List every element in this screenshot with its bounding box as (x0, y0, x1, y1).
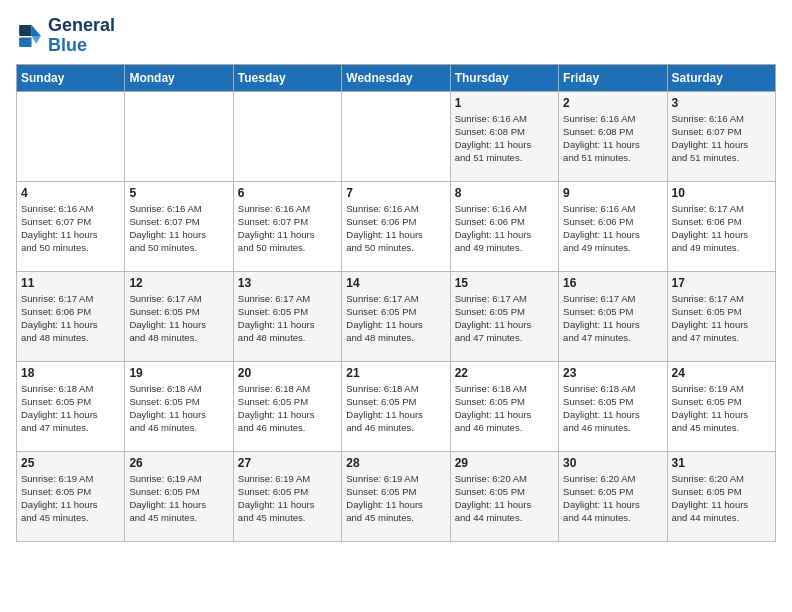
day-number: 24 (672, 366, 771, 380)
day-info: Sunrise: 6:16 AM Sunset: 6:07 PM Dayligh… (21, 202, 120, 255)
day-number: 4 (21, 186, 120, 200)
logo: General Blue (16, 16, 115, 56)
day-info: Sunrise: 6:16 AM Sunset: 6:07 PM Dayligh… (129, 202, 228, 255)
day-number: 23 (563, 366, 662, 380)
svg-rect-3 (19, 37, 31, 46)
day-number: 18 (21, 366, 120, 380)
day-number: 28 (346, 456, 445, 470)
logo-text-general: General (48, 16, 115, 36)
day-cell (125, 91, 233, 181)
day-info: Sunrise: 6:18 AM Sunset: 6:05 PM Dayligh… (563, 382, 662, 435)
day-info: Sunrise: 6:18 AM Sunset: 6:05 PM Dayligh… (238, 382, 337, 435)
day-number: 14 (346, 276, 445, 290)
day-info: Sunrise: 6:18 AM Sunset: 6:05 PM Dayligh… (455, 382, 554, 435)
day-number: 27 (238, 456, 337, 470)
day-cell: 16Sunrise: 6:17 AM Sunset: 6:05 PM Dayli… (559, 271, 667, 361)
day-cell: 1Sunrise: 6:16 AM Sunset: 6:08 PM Daylig… (450, 91, 558, 181)
day-cell: 6Sunrise: 6:16 AM Sunset: 6:07 PM Daylig… (233, 181, 341, 271)
day-number: 9 (563, 186, 662, 200)
week-row-4: 18Sunrise: 6:18 AM Sunset: 6:05 PM Dayli… (17, 361, 776, 451)
week-row-5: 25Sunrise: 6:19 AM Sunset: 6:05 PM Dayli… (17, 451, 776, 541)
day-info: Sunrise: 6:17 AM Sunset: 6:05 PM Dayligh… (455, 292, 554, 345)
svg-rect-2 (19, 25, 31, 36)
day-cell: 14Sunrise: 6:17 AM Sunset: 6:05 PM Dayli… (342, 271, 450, 361)
day-cell: 2Sunrise: 6:16 AM Sunset: 6:08 PM Daylig… (559, 91, 667, 181)
day-cell: 31Sunrise: 6:20 AM Sunset: 6:05 PM Dayli… (667, 451, 775, 541)
day-info: Sunrise: 6:16 AM Sunset: 6:07 PM Dayligh… (672, 112, 771, 165)
day-cell: 20Sunrise: 6:18 AM Sunset: 6:05 PM Dayli… (233, 361, 341, 451)
day-number: 21 (346, 366, 445, 380)
calendar-body: 1Sunrise: 6:16 AM Sunset: 6:08 PM Daylig… (17, 91, 776, 541)
calendar-header: SundayMondayTuesdayWednesdayThursdayFrid… (17, 64, 776, 91)
day-cell: 24Sunrise: 6:19 AM Sunset: 6:05 PM Dayli… (667, 361, 775, 451)
day-cell: 21Sunrise: 6:18 AM Sunset: 6:05 PM Dayli… (342, 361, 450, 451)
header-cell-saturday: Saturday (667, 64, 775, 91)
day-info: Sunrise: 6:16 AM Sunset: 6:06 PM Dayligh… (563, 202, 662, 255)
day-number: 6 (238, 186, 337, 200)
day-info: Sunrise: 6:20 AM Sunset: 6:05 PM Dayligh… (563, 472, 662, 525)
page-header: General Blue (16, 16, 776, 56)
day-cell: 4Sunrise: 6:16 AM Sunset: 6:07 PM Daylig… (17, 181, 125, 271)
day-number: 26 (129, 456, 228, 470)
day-info: Sunrise: 6:18 AM Sunset: 6:05 PM Dayligh… (129, 382, 228, 435)
day-cell: 9Sunrise: 6:16 AM Sunset: 6:06 PM Daylig… (559, 181, 667, 271)
day-info: Sunrise: 6:17 AM Sunset: 6:05 PM Dayligh… (129, 292, 228, 345)
day-number: 7 (346, 186, 445, 200)
day-number: 2 (563, 96, 662, 110)
day-number: 31 (672, 456, 771, 470)
day-cell: 10Sunrise: 6:17 AM Sunset: 6:06 PM Dayli… (667, 181, 775, 271)
day-number: 8 (455, 186, 554, 200)
day-cell: 11Sunrise: 6:17 AM Sunset: 6:06 PM Dayli… (17, 271, 125, 361)
day-number: 13 (238, 276, 337, 290)
day-info: Sunrise: 6:17 AM Sunset: 6:05 PM Dayligh… (238, 292, 337, 345)
day-number: 5 (129, 186, 228, 200)
day-number: 15 (455, 276, 554, 290)
day-info: Sunrise: 6:16 AM Sunset: 6:08 PM Dayligh… (563, 112, 662, 165)
day-cell: 12Sunrise: 6:17 AM Sunset: 6:05 PM Dayli… (125, 271, 233, 361)
day-cell: 26Sunrise: 6:19 AM Sunset: 6:05 PM Dayli… (125, 451, 233, 541)
day-cell: 27Sunrise: 6:19 AM Sunset: 6:05 PM Dayli… (233, 451, 341, 541)
day-number: 20 (238, 366, 337, 380)
day-cell: 5Sunrise: 6:16 AM Sunset: 6:07 PM Daylig… (125, 181, 233, 271)
day-cell: 3Sunrise: 6:16 AM Sunset: 6:07 PM Daylig… (667, 91, 775, 181)
header-cell-tuesday: Tuesday (233, 64, 341, 91)
week-row-2: 4Sunrise: 6:16 AM Sunset: 6:07 PM Daylig… (17, 181, 776, 271)
day-cell: 18Sunrise: 6:18 AM Sunset: 6:05 PM Dayli… (17, 361, 125, 451)
day-number: 16 (563, 276, 662, 290)
day-info: Sunrise: 6:19 AM Sunset: 6:05 PM Dayligh… (672, 382, 771, 435)
day-info: Sunrise: 6:16 AM Sunset: 6:08 PM Dayligh… (455, 112, 554, 165)
day-info: Sunrise: 6:19 AM Sunset: 6:05 PM Dayligh… (346, 472, 445, 525)
day-number: 3 (672, 96, 771, 110)
day-info: Sunrise: 6:20 AM Sunset: 6:05 PM Dayligh… (455, 472, 554, 525)
day-cell: 17Sunrise: 6:17 AM Sunset: 6:05 PM Dayli… (667, 271, 775, 361)
day-cell: 22Sunrise: 6:18 AM Sunset: 6:05 PM Dayli… (450, 361, 558, 451)
day-info: Sunrise: 6:17 AM Sunset: 6:05 PM Dayligh… (563, 292, 662, 345)
day-info: Sunrise: 6:16 AM Sunset: 6:06 PM Dayligh… (346, 202, 445, 255)
day-number: 12 (129, 276, 228, 290)
day-cell: 13Sunrise: 6:17 AM Sunset: 6:05 PM Dayli… (233, 271, 341, 361)
day-number: 11 (21, 276, 120, 290)
calendar-table: SundayMondayTuesdayWednesdayThursdayFrid… (16, 64, 776, 542)
day-cell: 25Sunrise: 6:19 AM Sunset: 6:05 PM Dayli… (17, 451, 125, 541)
day-number: 25 (21, 456, 120, 470)
header-cell-monday: Monday (125, 64, 233, 91)
day-info: Sunrise: 6:19 AM Sunset: 6:05 PM Dayligh… (129, 472, 228, 525)
header-cell-thursday: Thursday (450, 64, 558, 91)
day-cell (233, 91, 341, 181)
day-info: Sunrise: 6:18 AM Sunset: 6:05 PM Dayligh… (21, 382, 120, 435)
day-cell (342, 91, 450, 181)
day-cell: 7Sunrise: 6:16 AM Sunset: 6:06 PM Daylig… (342, 181, 450, 271)
header-cell-friday: Friday (559, 64, 667, 91)
header-cell-sunday: Sunday (17, 64, 125, 91)
day-cell (17, 91, 125, 181)
logo-text-blue: Blue (48, 36, 115, 56)
logo-icon (16, 22, 44, 50)
week-row-1: 1Sunrise: 6:16 AM Sunset: 6:08 PM Daylig… (17, 91, 776, 181)
day-info: Sunrise: 6:17 AM Sunset: 6:05 PM Dayligh… (346, 292, 445, 345)
day-info: Sunrise: 6:19 AM Sunset: 6:05 PM Dayligh… (21, 472, 120, 525)
header-cell-wednesday: Wednesday (342, 64, 450, 91)
day-cell: 15Sunrise: 6:17 AM Sunset: 6:05 PM Dayli… (450, 271, 558, 361)
day-number: 10 (672, 186, 771, 200)
day-number: 19 (129, 366, 228, 380)
day-info: Sunrise: 6:20 AM Sunset: 6:05 PM Dayligh… (672, 472, 771, 525)
